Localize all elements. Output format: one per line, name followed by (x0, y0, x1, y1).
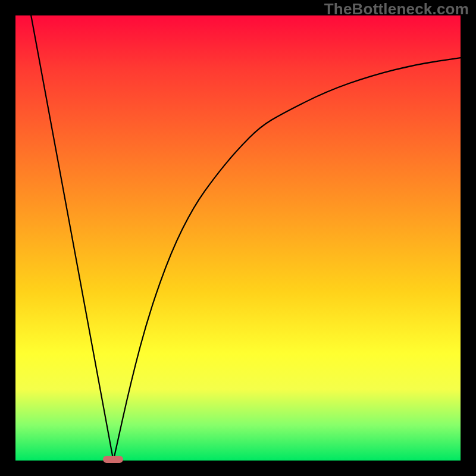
plot-gradient-background (15, 15, 461, 461)
watermark-text: TheBottleneck.com (324, 0, 469, 18)
chart-frame: TheBottleneck.com (0, 0, 476, 476)
optimal-range-marker (103, 456, 123, 463)
